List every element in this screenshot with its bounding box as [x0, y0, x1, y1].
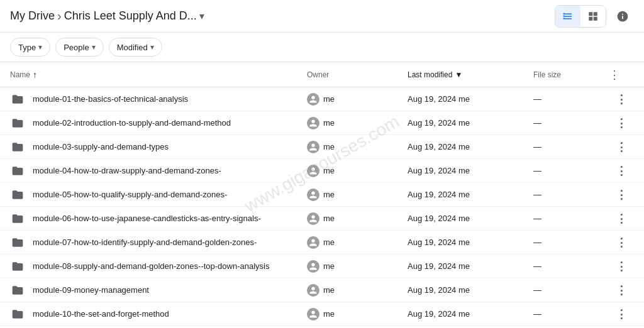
actions-cell: ⋮: [609, 90, 634, 108]
folder-icon: [10, 259, 25, 274]
filter-modified-button[interactable]: Modified ▾: [109, 38, 162, 57]
file-name: module-04-how-to-draw-supply-and-demand-…: [33, 166, 307, 175]
table-row[interactable]: module-01-the-basics-of-technical-analys…: [0, 87, 644, 111]
avatar: [307, 260, 319, 273]
person-icon: [309, 167, 318, 175]
table-row[interactable]: module-04-how-to-draw-supply-and-demand-…: [0, 159, 644, 183]
more-options-button[interactable]: ⋮: [613, 234, 630, 251]
filter-people-label: People: [64, 43, 89, 52]
person-icon: [309, 238, 318, 247]
modified-cell: Aug 19, 2024 me: [408, 118, 533, 128]
folder-icon: [10, 307, 25, 322]
table-row[interactable]: module-09-money-management me Aug 19, 20…: [0, 278, 644, 302]
col-name-header[interactable]: Name ↑: [10, 70, 307, 80]
folder-icon: [10, 211, 25, 226]
list-view-button[interactable]: [555, 5, 580, 28]
info-button[interactable]: [611, 5, 634, 28]
person-icon: [309, 286, 318, 295]
more-options-button[interactable]: ⋮: [613, 186, 630, 204]
owner-cell: me: [307, 189, 408, 201]
owner-name: me: [323, 94, 335, 104]
grid-view-button[interactable]: [580, 5, 606, 28]
more-options-button[interactable]: ⋮: [613, 282, 630, 299]
file-name: module-03-supply-and-demand-types: [33, 142, 307, 151]
avatar: [307, 93, 319, 106]
file-name: module-08-supply-and-demand-golden-zones…: [33, 261, 307, 271]
filter-type-chevron-icon: ▾: [38, 43, 42, 52]
filter-people-chevron-icon: ▾: [92, 43, 96, 52]
owner-name: me: [323, 166, 335, 175]
filter-type-button[interactable]: Type ▾: [10, 38, 50, 57]
actions-cell: ⋮: [609, 114, 634, 132]
person-icon: [309, 190, 318, 199]
size-cell: —: [533, 261, 609, 271]
modified-cell: Aug 19, 2024 me: [408, 309, 533, 319]
owner-cell: me: [307, 284, 408, 297]
breadcrumb-root[interactable]: My Drive: [10, 9, 55, 23]
col-name-label: Name: [10, 70, 30, 79]
table-row[interactable]: module-05-how-to-qualify-supply-and-dema…: [0, 183, 644, 207]
person-icon: [309, 262, 318, 271]
col-modified-header[interactable]: Last modified ▼: [408, 70, 533, 79]
owner-name: me: [323, 261, 335, 271]
file-name: module-01-the-basics-of-technical-analys…: [33, 94, 307, 104]
breadcrumb-current[interactable]: Chris Leet Supply And D... ▾: [64, 9, 204, 23]
breadcrumb-separator: ›: [57, 9, 62, 23]
actions-cell: ⋮: [609, 210, 634, 227]
filter-bar: Type ▾ People ▾ Modified ▾: [0, 33, 644, 62]
filter-modified-chevron-icon: ▾: [150, 43, 154, 52]
person-icon: [309, 310, 318, 319]
person-icon: [309, 214, 318, 223]
table-row[interactable]: module-10-the-set-and-forget-method me A…: [0, 302, 644, 326]
size-cell: —: [533, 309, 609, 319]
actions-cell: ⋮: [609, 162, 634, 180]
col-size-header: File size: [533, 70, 609, 79]
owner-name: me: [323, 309, 335, 319]
svg-rect-1: [564, 15, 565, 16]
more-options-button[interactable]: ⋮: [613, 305, 630, 323]
more-options-button[interactable]: ⋮: [613, 114, 630, 132]
size-cell: —: [533, 285, 609, 295]
folder-icon: [10, 235, 25, 250]
actions-cell: ⋮: [609, 234, 634, 251]
folder-icon: [10, 187, 25, 202]
owner-cell: me: [307, 93, 408, 106]
size-cell: —: [533, 166, 609, 175]
more-options-button[interactable]: ⋮: [613, 90, 630, 108]
actions-cell: ⋮: [609, 305, 634, 323]
filter-people-button[interactable]: People ▾: [55, 38, 103, 57]
size-cell: —: [533, 190, 609, 199]
more-options-button[interactable]: ⋮: [613, 138, 630, 156]
modified-cell: Aug 19, 2024 me: [408, 94, 533, 104]
file-name: module-06-how-to-use-japanese-candlestic…: [33, 214, 307, 223]
table-row[interactable]: module-06-how-to-use-japanese-candlestic…: [0, 207, 644, 231]
table-row[interactable]: module-08-supply-and-demand-golden-zones…: [0, 254, 644, 278]
filter-modified-label: Modified: [117, 43, 148, 52]
file-list: module-01-the-basics-of-technical-analys…: [0, 87, 644, 328]
more-options-button[interactable]: ⋮: [613, 162, 630, 180]
avatar: [307, 308, 319, 320]
size-cell: —: [533, 118, 609, 128]
table-row[interactable]: module-03-supply-and-demand-types me Aug…: [0, 135, 644, 159]
size-cell: —: [533, 238, 609, 247]
table-row[interactable]: module-02-introduction-to-supply-and-dem…: [0, 111, 644, 135]
owner-cell: me: [307, 141, 408, 153]
person-icon: [309, 119, 318, 128]
avatar: [307, 117, 319, 129]
owner-cell: me: [307, 117, 408, 129]
person-icon: [309, 143, 318, 151]
breadcrumb-current-label: Chris Leet Supply And D...: [64, 9, 197, 23]
col-actions-header: ⋮: [609, 68, 634, 82]
col-modified-sort-icon: ▼: [455, 70, 462, 79]
more-options-button[interactable]: ⋮: [613, 258, 630, 275]
owner-name: me: [323, 285, 335, 295]
list-view-icon: [562, 11, 574, 22]
owner-cell: me: [307, 308, 408, 320]
grid-view-icon: [587, 11, 599, 22]
actions-cell: ⋮: [609, 282, 634, 299]
more-options-button[interactable]: ⋮: [613, 210, 630, 227]
svg-rect-0: [564, 13, 565, 14]
table-row[interactable]: module-07-how-to-identify-supply-and-dem…: [0, 231, 644, 254]
col-size-label: File size: [533, 70, 561, 79]
col-actions-menu-icon: ⋮: [609, 68, 620, 81]
